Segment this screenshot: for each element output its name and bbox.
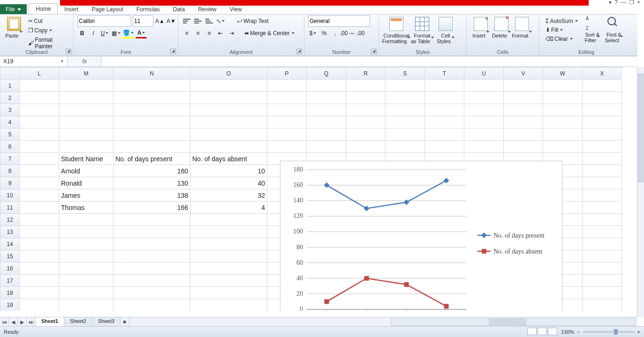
row-header-17[interactable]: 17 [0,275,20,287]
tab-page-layout[interactable]: Page Layout [85,4,129,15]
cell-M15[interactable] [59,250,114,262]
column-header-S[interactable]: S [386,67,425,80]
cell-L7[interactable] [20,153,59,165]
cell-V6[interactable] [504,141,543,153]
tab-file[interactable]: File [0,4,27,15]
cell-O1[interactable] [190,80,267,92]
cell-N5[interactable] [114,128,190,141]
cell-N17[interactable] [114,275,190,287]
cell-L14[interactable] [20,238,59,250]
cell-P2[interactable] [267,92,307,104]
alignment-dialog-launcher[interactable]: ◢ [296,49,302,54]
cell-U6[interactable] [464,141,504,153]
increase-indent-button[interactable]: ⇥ [227,29,236,38]
cell-W3[interactable] [543,104,583,116]
cell-T4[interactable] [425,116,464,128]
zoom-in-button[interactable]: + [637,329,640,335]
cell-O17[interactable] [190,275,267,287]
sheet-tab-sheet3[interactable]: Sheet3 [92,317,121,327]
fill-color-button[interactable]: 🪣 [122,28,134,38]
column-header-V[interactable]: V [504,67,543,80]
cell-N8[interactable]: 160 [114,165,190,177]
cell-R6[interactable] [346,141,386,153]
cell-P5[interactable] [267,128,307,141]
row-header-11[interactable]: 11 [0,202,20,214]
autosum-button[interactable]: Σ AutoSum [543,17,580,25]
find-select-button[interactable]: Find & Select [605,16,623,43]
cell-S4[interactable] [386,116,425,128]
format-as-table-button[interactable]: Format as Table [411,16,433,44]
cell-N2[interactable] [114,92,190,104]
vertical-scrollbar[interactable] [637,67,644,317]
cell-L15[interactable] [20,250,59,262]
row-header-10[interactable]: 10 [0,189,20,202]
cell-N15[interactable] [114,250,190,262]
cell-L12[interactable] [20,214,59,226]
cell-M7[interactable]: Student Name [59,153,114,165]
cell-X15[interactable] [583,250,622,262]
cell-R5[interactable] [346,128,386,141]
zoom-slider[interactable] [583,331,635,333]
row-header-15[interactable]: 15 [0,250,20,262]
cell-O6[interactable] [190,141,267,153]
cell-V5[interactable] [504,128,543,141]
cell-O14[interactable] [190,238,267,250]
cell-Q1[interactable] [307,80,346,92]
cell-X8[interactable] [583,165,622,177]
column-header-L[interactable]: L [20,67,59,80]
row-header-13[interactable]: 13 [0,226,20,238]
insert-cells-button[interactable]: Insert [470,16,491,38]
column-header-T[interactable]: T [425,67,464,80]
cell-X13[interactable] [583,226,622,238]
cell-W4[interactable] [543,116,583,128]
align-top-button[interactable] [182,16,191,26]
column-header-R[interactable]: R [346,67,386,80]
cell-O9[interactable]: 40 [190,177,267,189]
cell-N14[interactable] [114,238,190,250]
cell-L3[interactable] [20,104,59,116]
cell-M13[interactable] [59,226,114,238]
cell-U5[interactable] [464,128,504,141]
cell-X16[interactable] [583,262,622,275]
sheet-nav-prev[interactable]: ◀ [9,317,18,327]
row-header-12[interactable]: 12 [0,214,20,226]
cell-O7[interactable]: No. of days absent [190,153,267,165]
cell-N11[interactable]: 166 [114,202,190,214]
cell-X3[interactable] [583,104,622,116]
sheet-tab-sheet2[interactable]: Sheet2 [64,317,92,327]
row-header-18[interactable]: 18 [0,287,20,299]
cell-X1[interactable] [583,80,622,92]
cell-L4[interactable] [20,116,59,128]
border-button[interactable]: ▦ [111,29,121,38]
cell-X19[interactable] [583,299,622,311]
cell-X17[interactable] [583,275,622,287]
cell-O4[interactable] [190,116,267,128]
copy-button[interactable]: ❐ Copy [26,26,69,35]
cell-L16[interactable] [20,262,59,275]
cell-S5[interactable] [386,128,425,141]
cell-N13[interactable] [114,226,190,238]
format-painter-button[interactable]: 🖌 Format Painter [26,36,69,51]
view-buttons[interactable] [527,328,558,336]
cell-U4[interactable] [464,116,504,128]
cell-Q4[interactable] [307,116,346,128]
zoom-out-button[interactable]: − [577,329,580,335]
cell-P4[interactable] [267,116,307,128]
embedded-chart[interactable]: 020406080100120140160180ArnoldRonaldJame… [280,161,562,311]
sheet-nav-next[interactable]: ▶ [18,317,27,327]
cell-L6[interactable] [20,141,59,153]
decrease-font-button[interactable]: A▼ [167,16,176,26]
cell-M19[interactable] [59,299,114,311]
cell-L1[interactable] [20,80,59,92]
cell-O10[interactable]: 32 [190,189,267,202]
tab-data[interactable]: Data [167,4,191,15]
sheet-nav-last[interactable]: ⏭ [27,317,36,327]
wrap-text-button[interactable]: ⮐ Wrap Text [235,17,271,25]
cell-O12[interactable] [190,214,267,226]
row-header-4[interactable]: 4 [0,116,20,128]
cell-T3[interactable] [425,104,464,116]
cell-V1[interactable] [504,80,543,92]
cell-L11[interactable] [20,202,59,214]
number-dialog-launcher[interactable]: ◢ [371,49,377,54]
cell-R2[interactable] [346,92,386,104]
